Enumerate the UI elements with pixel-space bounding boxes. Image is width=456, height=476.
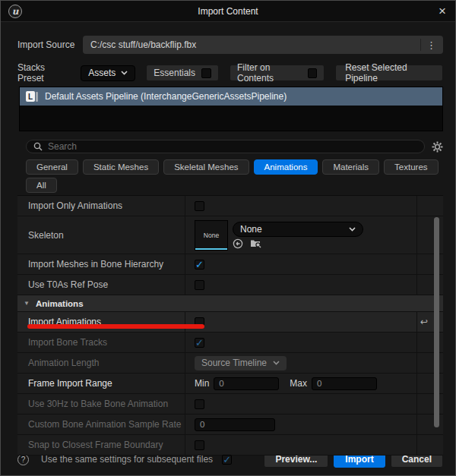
search-icon [33,142,43,151]
import-source-row: Import Source C:/csc stuff/ue/backflip.f… [17,35,443,55]
row-animation-length: Animation Length Source Timeline [17,353,443,374]
essentials-toggle-button[interactable]: Essentials [146,65,219,81]
import-bone-tracks-checkbox [195,338,204,348]
chevron-down-icon [273,361,280,365]
search-row [26,140,443,153]
frame-range-min-input[interactable] [214,377,279,390]
essentials-label: Essentials [154,68,195,78]
row-use-t0as-ref-pose: Use T0As Ref Pose [17,275,443,295]
tab-all[interactable]: All [26,178,57,193]
tab-animations[interactable]: Animations [254,159,318,175]
annotation-red-underline [27,324,204,329]
tab-skeletal-meshes[interactable]: Skeletal Meshes [163,159,249,175]
property-label: Use T0As Ref Pose [17,275,185,295]
reset-selected-pipeline-button[interactable]: Reset Selected Pipeline [335,65,443,81]
chevron-down-icon [349,227,356,232]
row-import-meshes-in-bone-hierarchy: Import Meshes in Bone Hierarchy [17,254,443,275]
import-source-label: Import Source [17,39,83,50]
max-label: Max [290,378,307,389]
tab-general[interactable]: General [26,159,78,175]
same-settings-label: Use the same settings for subsequent fil… [41,454,213,465]
snap-to-closest-frame-checkbox [195,440,204,450]
row-frame-import-range: Frame Import Range Min Max [17,374,443,394]
import-source-field[interactable]: C:/csc stuff/ue/backflip.fbx ⋮ [83,36,443,54]
animations-category-header[interactable]: ▼ Animations [17,295,443,312]
frame-range-max-input[interactable] [312,377,377,390]
property-label: Use 30Hz to Bake Bone Animation [17,394,185,414]
pipeline-item-label: Default Assets Pipeline (InterchangeGene… [45,91,287,102]
use-t0as-ref-pose-checkbox[interactable] [195,280,204,290]
tab-static-meshes[interactable]: Static Meshes [83,159,159,175]
row-skeleton: Skeleton None None [17,216,443,254]
animation-length-value: Source Timeline [201,358,267,368]
filter-on-contents-label: Filter on Contents [237,62,302,84]
skeleton-asset-value: None [240,224,262,235]
min-label: Min [195,378,209,389]
property-label: Frame Import Range [17,374,185,393]
vertical-scrollbar[interactable] [434,217,439,427]
skeleton-asset-dropdown[interactable]: None [233,222,363,237]
property-label: Skeleton [17,216,185,254]
tab-textures[interactable]: Textures [384,159,438,175]
pipeline-list: L Default Assets Pipeline (InterchangeGe… [19,87,443,131]
row-custom-sample-rate: Custom Bone Animation Sample Rate [17,415,443,435]
close-icon[interactable]: × [437,5,448,17]
use-selected-asset-icon[interactable] [233,238,243,249]
property-label: Import Bone Tracks [17,333,185,352]
import-meshes-in-bone-hierarchy-checkbox[interactable] [195,260,204,270]
tab-materials[interactable]: Materials [322,159,379,175]
property-label: Import Animations [17,312,185,332]
row-snap-to-closest-frame: Snap to Closest Frame Boundary [17,435,443,456]
stacks-preset-row: Stacks Preset Assets Essentials Filter o… [17,65,443,81]
ellipsis-menu-icon[interactable]: ⋮ [424,39,439,51]
import-source-value: C:/csc stuff/ue/backflip.fbx [90,39,417,50]
stacks-preset-label: Stacks Preset [17,62,68,84]
pipeline-icon: L [26,91,38,102]
use-30hz-bake-checkbox [195,399,204,409]
same-settings-checkbox[interactable] [222,455,232,465]
stacks-preset-dropdown[interactable]: Assets [81,65,135,81]
category-tabs: General Static Meshes Skeletal Meshes An… [26,159,443,175]
skeleton-thumbnail[interactable]: None [195,220,228,251]
properties-table: Import Only Animations Skeleton None Non… [17,195,443,443]
category-tabs-row2: All [26,178,443,193]
window-title: Import Content [1,6,455,17]
import-only-animations-checkbox[interactable] [195,201,204,211]
property-label: Import Meshes in Bone Hierarchy [17,254,185,274]
custom-sample-rate-input [195,418,275,431]
filter-on-contents-button[interactable]: Filter on Contents [230,65,325,81]
property-label: Import Only Animations [17,196,185,216]
animation-length-dropdown: Source Timeline [195,356,287,370]
row-import-bone-tracks: Import Bone Tracks [17,333,443,353]
row-import-animations: Import Animations ↩ [17,312,443,333]
row-use-30hz-bake: Use 30Hz to Bake Bone Animation [17,394,443,415]
title-bar: u Import Content × [1,1,455,22]
search-box[interactable] [26,140,425,153]
filter-on-contents-checkbox[interactable] [308,68,317,78]
pipeline-list-item-selected[interactable]: L Default Assets Pipeline (InterchangeGe… [20,87,442,106]
collapse-triangle-icon[interactable]: ▼ [24,300,30,307]
stacks-preset-value: Assets [88,68,116,78]
field-divider [420,39,421,51]
property-label: Animation Length [17,353,185,373]
browse-to-asset-icon[interactable] [250,238,261,248]
search-input[interactable] [48,141,417,152]
row-import-only-animations: Import Only Animations [17,196,443,216]
property-label: Snap to Closest Frame Boundary [17,435,185,455]
property-label: Custom Bone Animation Sample Rate [17,415,185,434]
category-label: Animations [36,299,84,308]
gear-icon[interactable] [432,141,443,153]
reset-to-default-icon[interactable]: ↩ [416,312,431,332]
essentials-checkbox[interactable] [201,68,211,78]
import-content-dialog: { "window": { "title": "Import Content",… [0,0,456,476]
chevron-down-icon [121,71,128,75]
